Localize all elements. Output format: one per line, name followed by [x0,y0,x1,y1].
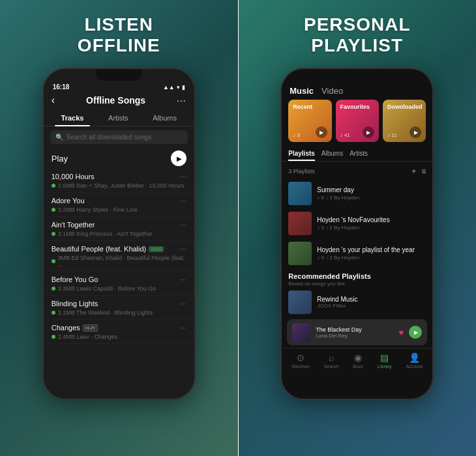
recommended-subtitle: Based on songs you like [288,281,426,287]
playlist-thumbnail-summer [288,182,312,205]
play-icon: ▶ [414,330,418,335]
search-bar[interactable]: 🔍 Search all downloaded songs [50,130,188,144]
cat-play-dl[interactable]: ▶ [409,126,421,138]
track-title: Changes [52,324,80,332]
list-item[interactable]: Before You Go ··· 3.3MB Lewis Capaldi · … [44,272,194,296]
left-phone: 16:18 ▲▲ ▾ ▮ ‹ Offline Songs ··· Tracks … [42,68,196,400]
nav-item-search[interactable]: ⌕ Search [324,352,338,369]
track-title: Ain't Together [52,221,95,229]
list-item[interactable]: Changes Hi-Fi ··· 2.4MB Lauv · Changes [44,320,194,344]
nav-item-library[interactable]: ▤ Library [378,352,391,369]
tab-music[interactable]: Music [290,86,314,96]
track-more-button[interactable]: ··· [180,244,186,253]
play-all-button[interactable]: ▶ [171,150,186,166]
play-label: Play [52,154,68,164]
status-time: 16:18 [53,83,70,91]
nav-label-library: Library [378,364,391,369]
now-playing-actions: ♥ ▶ [399,326,423,339]
left-heading: LISTEN OFFLINE [78,14,160,56]
tab-playlists[interactable]: Playlists [288,147,315,161]
track-more-button[interactable]: ··· [180,196,186,205]
nav-label-search: Search [324,364,338,369]
account-icon: 👤 [409,352,420,363]
tab-albums[interactable]: Albums [146,110,183,126]
cat-label-fav: Favourites [340,104,370,110]
track-title: Blinding Lights [52,300,98,307]
playlist-meta: ♪ 6 ↓ 3 By Hoyden [317,195,426,201]
header-title: Offline Songs [55,95,177,106]
cat-count-dl: ♪ 11 [387,132,397,138]
nav-item-discover[interactable]: ⊙ Discover [291,352,309,369]
category-card-recent[interactable]: Recent ♪ 3 ▶ [288,100,331,142]
track-more-button[interactable]: ··· [180,323,186,332]
track-title: Adore You [52,197,85,205]
sing-badge: SING [149,246,164,252]
track-title: Before You Go [52,276,98,283]
list-item[interactable]: Adore You ··· 3.2MB Harry Styles · Fine … [44,193,194,217]
list-item[interactable]: Beautiful People (feat. Khalid) SING ···… [44,241,194,272]
now-playing-thumbnail [292,323,310,341]
hifi-badge: Hi-Fi [83,324,98,332]
playlist-info: Hoyden 's your playlist of the year ♪ 9 … [317,246,426,261]
list-item[interactable]: 10,000 Hours ··· 2.6MB Dan + Shay, Justi… [44,169,194,193]
track-meta-text: 3MB Ed Sheeran, Khalid · Beautiful Peopl… [58,255,186,268]
playlist-thumbnail-year [288,242,312,265]
cat-play-fav[interactable]: ▶ [363,126,374,138]
downloaded-indicator [52,335,55,339]
recommended-item[interactable]: Rewind Music JOOX Fiftier [288,291,426,314]
play-section: Play ▶ [44,148,194,169]
more-options-button[interactable]: ··· [177,95,186,106]
list-item[interactable]: Hoyden 's NovFavourites ♪ 3 ↓ 1 By Hoyde… [282,208,432,238]
downloaded-indicator [52,232,55,236]
tab-video[interactable]: Video [321,86,343,96]
tab-artists[interactable]: Artists [350,147,368,161]
category-card-downloaded[interactable]: Downloaded ♪ 11 ▶ [383,100,426,142]
recommended-info: Rewind Music JOOX Fiftier [317,296,426,309]
list-item[interactable]: Summer day ♪ 6 ↓ 3 By Hoyden [282,178,432,208]
playlist-actions: + ≡ [411,167,426,176]
play-icon: ▶ [320,130,323,135]
downloaded-indicator [52,287,55,291]
downloaded-indicator [52,311,55,315]
list-item[interactable]: Ain't Together ··· 3.1MB King Princess ·… [44,217,194,241]
right-heading: PERSONAL PLAYLIST [304,14,411,56]
recommended-name: Rewind Music [317,296,426,303]
tab-tracks[interactable]: Tracks [55,110,91,126]
track-more-button[interactable]: ··· [180,299,186,308]
cat-play-recent[interactable]: ▶ [316,126,327,138]
search-icon: 🔍 [55,134,63,141]
track-more-button[interactable]: ··· [180,220,186,229]
nav-item-buzz[interactable]: ◉ Buzz [353,352,363,369]
tabs-row: Tracks Artists Albums [44,110,194,126]
header: ‹ Offline Songs ··· [44,92,194,110]
add-playlist-button[interactable]: + [411,167,416,176]
sort-playlist-button[interactable]: ≡ [421,167,426,176]
tab-albums[interactable]: Albums [321,147,343,161]
list-item[interactable]: Hoyden 's your playlist of the year ♪ 9 … [282,238,432,268]
playlist-name: Summer day [317,186,426,193]
track-meta-text: 3.1MB The Weeknd · Blinding Lights [58,309,153,316]
play-icon: ▶ [177,155,182,162]
list-item[interactable]: Blinding Lights ··· 3.1MB The Weeknd · B… [44,296,194,320]
buzz-icon: ◉ [354,352,362,363]
playlist-info: Hoyden 's NovFavourites ♪ 3 ↓ 1 By Hoyde… [317,216,426,231]
track-meta-text: 3.3MB Lewis Capaldi · Before You Go [58,285,156,292]
play-icon: ▶ [366,130,370,135]
now-playing-info: The Blackest Day Lana Del Rey [316,326,393,339]
downloaded-indicator [52,184,55,188]
playlist-thumbnail-nov [288,212,312,235]
track-more-button[interactable]: ··· [180,275,186,284]
track-meta-text: 2.4MB Lauv · Changes [58,334,118,340]
track-more-button[interactable]: ··· [180,172,186,181]
nav-item-account[interactable]: 👤 Account [406,352,423,369]
downloaded-indicator [52,208,55,212]
tab-artists[interactable]: Artists [102,110,135,126]
now-playing-bar[interactable]: The Blackest Day Lana Del Rey ♥ ▶ [287,319,427,345]
category-card-favourites[interactable]: Favourites ♪ 41 ▶ [336,100,379,142]
bottom-nav: ⊙ Discover ⌕ Search ◉ Buzz ▤ Library 👤 [282,348,432,374]
left-phone-screen: 16:18 ▲▲ ▾ ▮ ‹ Offline Songs ··· Tracks … [44,69,194,399]
now-playing-title: The Blackest Day [316,326,393,333]
playlist-meta: ♪ 9 ↓ 2 By Hoyden [317,255,426,261]
heart-button[interactable]: ♥ [399,328,404,337]
play-button-small[interactable]: ▶ [409,326,422,339]
